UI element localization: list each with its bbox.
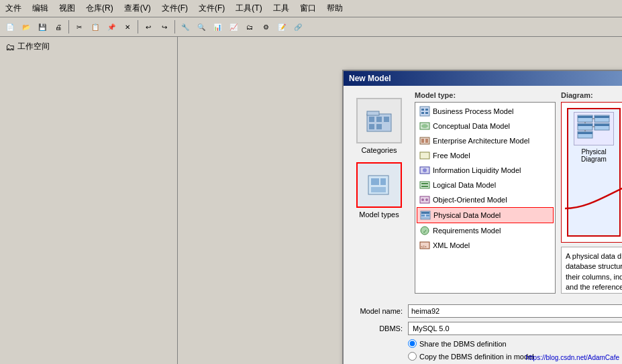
svg-text:</>: </> xyxy=(421,245,427,249)
model-item-xml[interactable]: </> XML Model xyxy=(417,238,554,253)
model-item-ldm[interactable]: Logical Data Model xyxy=(417,178,554,192)
menu-bar: 文件 编辑 视图 仓库(R) 查看(V) 文件(F) 文件(F) 工具(T) 工… xyxy=(0,0,622,17)
model-item-ilm[interactable]: Information Liquidity Model xyxy=(417,163,554,178)
toolbar-cut[interactable]: ✂ xyxy=(72,19,87,34)
toolbar-paste[interactable]: 📌 xyxy=(104,19,119,34)
radio-share-dbms-label: Share the DBMS definition xyxy=(419,340,507,348)
categories-button[interactable] xyxy=(356,98,402,143)
dialog-content: Categories Model types xyxy=(344,86,622,299)
toolbar-btn6[interactable]: ⚙ xyxy=(258,19,273,34)
toolbar-btn8[interactable]: 🔗 xyxy=(291,19,305,34)
sidebar: 🗂 工作空间 xyxy=(0,37,178,364)
menu-view[interactable]: 视图 xyxy=(56,1,78,15)
radio-row-1: Share the DBMS definition xyxy=(349,339,622,348)
model-item-ldm-label: Logical Data Model xyxy=(433,181,496,189)
model-item-oom-label: Object-Oriented Model xyxy=(433,196,507,204)
model-item-cdm-label: Conceptual Data Model xyxy=(433,122,510,130)
model-item-pdm[interactable]: Physical Data Model xyxy=(417,207,554,223)
svg-rect-15 xyxy=(425,112,428,114)
model-item-oom[interactable]: Object-Oriented Model xyxy=(417,192,554,207)
svg-point-29 xyxy=(425,198,428,201)
menu-tools[interactable]: 工具(T) xyxy=(233,1,264,15)
model-item-eam[interactable]: Enterprise Architecture Model xyxy=(417,133,554,148)
toolbar-btn5[interactable]: 🗂 xyxy=(242,19,257,34)
bpm-icon xyxy=(419,106,430,117)
toolbar-sep1 xyxy=(68,20,69,34)
svg-rect-48 xyxy=(594,124,609,126)
svg-rect-5 xyxy=(369,124,374,129)
fm-icon xyxy=(419,150,430,161)
physical-diagram-icon-box xyxy=(574,112,614,145)
toolbar-sep3 xyxy=(174,20,175,34)
dialog-titlebar: New Model × xyxy=(344,71,622,86)
description-area: A physical data diagram provides a graph… xyxy=(561,247,622,294)
rm-icon: ✓ xyxy=(419,225,430,236)
toolbar-btn2[interactable]: 🔍 xyxy=(194,19,209,34)
svg-rect-34 xyxy=(421,217,429,219)
model-item-xml-label: XML Model xyxy=(433,241,470,249)
model-name-input[interactable] xyxy=(408,304,622,318)
model-types-label: Model types xyxy=(359,210,399,219)
diagram-item-physical[interactable]: Physical Diagram xyxy=(567,108,621,237)
model-item-fm-label: Free Model xyxy=(433,151,470,160)
svg-rect-4 xyxy=(384,117,389,122)
svg-rect-32 xyxy=(421,215,425,217)
menu-file[interactable]: 文件 xyxy=(3,1,24,15)
model-item-bpm[interactable]: Business Process Model xyxy=(417,104,554,119)
toolbar-new[interactable]: 📄 xyxy=(3,19,17,34)
menu-help[interactable]: 帮助 xyxy=(324,1,346,15)
model-types-icon xyxy=(366,173,393,197)
middle-panel: Model type: Business Process Model xyxy=(415,91,556,294)
menu-edit[interactable]: 编辑 xyxy=(30,1,51,15)
ldm-icon xyxy=(419,180,430,190)
eam-icon xyxy=(419,135,430,146)
dbms-select-wrapper: MySQL 5.0 ... xyxy=(408,322,622,335)
svg-rect-46 xyxy=(594,116,609,118)
radio-copy-dbms[interactable] xyxy=(408,352,417,361)
toolbar-redo[interactable]: ↪ xyxy=(157,19,172,34)
toolbar-print[interactable]: 🖨 xyxy=(51,19,66,34)
menu-window[interactable]: 窗口 xyxy=(297,1,319,15)
model-types-button[interactable] xyxy=(356,162,402,208)
svg-rect-10 xyxy=(371,187,386,192)
left-panel: Categories Model types xyxy=(349,91,409,294)
toolbar-delete[interactable]: ✕ xyxy=(120,19,135,34)
model-item-rm-label: Requirements Model xyxy=(433,227,501,235)
oom-icon xyxy=(419,194,430,205)
svg-rect-33 xyxy=(426,215,429,217)
toolbar-btn4[interactable]: 📈 xyxy=(226,19,241,34)
svg-rect-9 xyxy=(380,178,386,185)
toolbar-sep2 xyxy=(138,20,138,34)
workspace-icon: 🗂 xyxy=(5,42,15,52)
svg-text:✓: ✓ xyxy=(423,229,427,235)
toolbar-btn7[interactable]: 📝 xyxy=(274,19,289,34)
menu-file2[interactable]: 文件(F) xyxy=(159,1,191,15)
svg-rect-20 xyxy=(425,139,428,143)
toolbar-undo[interactable]: ↩ xyxy=(141,19,156,34)
toolbar-btn1[interactable]: 🔧 xyxy=(178,19,193,34)
ilm-icon xyxy=(419,165,430,176)
diagram-grid: Physical Diagram xyxy=(561,102,622,243)
right-panel: Diagram: xyxy=(561,91,622,294)
toolbar-open[interactable]: 📂 xyxy=(19,19,34,34)
model-list: Business Process Model Conceptual Data M… xyxy=(415,102,556,294)
menu-tools2[interactable]: 工具 xyxy=(270,1,292,15)
dbms-row: DBMS: MySQL 5.0 ... xyxy=(349,322,622,335)
toolbar-copy[interactable]: 📋 xyxy=(88,19,103,34)
pdm-icon xyxy=(420,210,431,221)
model-item-cdm[interactable]: Conceptual Data Model xyxy=(417,119,554,133)
menu-file3[interactable]: 文件(F) xyxy=(196,1,227,15)
svg-rect-42 xyxy=(578,124,592,126)
dbms-select[interactable]: MySQL 5.0 xyxy=(408,322,622,335)
menu-repo[interactable]: 仓库(R) xyxy=(83,1,116,15)
toolbar-save[interactable]: 💾 xyxy=(35,19,50,34)
model-item-fm[interactable]: Free Model xyxy=(417,148,554,163)
menu-look[interactable]: 查看(V) xyxy=(121,1,154,15)
svg-point-28 xyxy=(421,198,424,201)
radio-share-dbms[interactable] xyxy=(408,339,417,348)
model-item-eam-label: Enterprise Architecture Model xyxy=(433,137,529,145)
sidebar-header: 🗂 工作空间 xyxy=(3,40,174,54)
toolbar-btn3[interactable]: 📊 xyxy=(210,19,225,34)
model-item-rm[interactable]: ✓ Requirements Model xyxy=(417,223,554,238)
svg-rect-25 xyxy=(421,183,428,184)
